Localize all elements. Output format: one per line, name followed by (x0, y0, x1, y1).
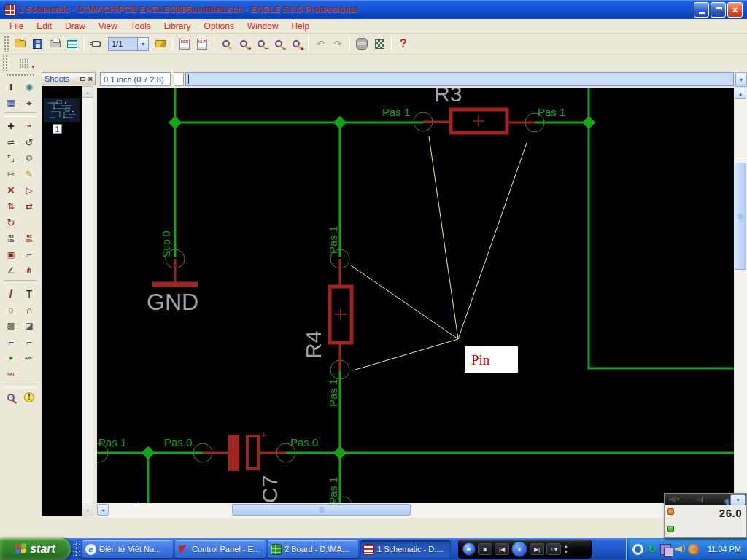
wmp-extra-controls[interactable]: ▴▾ (565, 543, 568, 554)
taskbar-task-1[interactable]: eĐiện tử Việt Na... (82, 540, 173, 558)
wire-tool[interactable]: / (2, 286, 20, 302)
horizontal-scroll-thumb[interactable] (232, 504, 411, 516)
vertical-scrollbar[interactable]: ▴ ▾ (734, 88, 747, 516)
bus-tool[interactable]: ⌐ (2, 334, 20, 350)
paste-tool[interactable]: ✎ (20, 166, 39, 182)
popup-dropdown-button[interactable]: ▾ (730, 494, 746, 505)
cut-tool[interactable]: ✂ (2, 166, 20, 182)
taskbar-task-4[interactable]: 1 Schematic - D:... (360, 540, 451, 558)
wmp-logo-button[interactable]: ▶ (462, 542, 476, 556)
restore-button[interactable] (711, 2, 726, 18)
miter-round-tool[interactable]: ⌐ (20, 246, 39, 262)
info-tool[interactable]: i (2, 79, 20, 95)
horizontal-scrollbar[interactable]: ◂ ▸ (97, 503, 734, 516)
polygon-tool[interactable]: ◪ (20, 318, 39, 334)
float-panel-icon[interactable] (80, 77, 85, 81)
undo-button[interactable]: ↶ (311, 35, 329, 52)
wmp-stop-button[interactable]: ■ (478, 543, 492, 555)
zoom-fit-button[interactable] (217, 35, 235, 52)
gateswap-tool[interactable]: ⇄ (20, 198, 39, 214)
split-tool[interactable]: ⋔ (20, 262, 39, 279)
wmp-pause-button[interactable]: ‖ (511, 541, 527, 557)
menu-file[interactable]: File (3, 20, 30, 33)
messenger-icon[interactable] (632, 544, 643, 555)
speaker-icon[interactable] (669, 497, 676, 502)
sheet-selector-combo[interactable]: 1/1▾ (108, 37, 149, 51)
erc-tool[interactable]: ! (20, 389, 39, 405)
zoom-out-button[interactable]: − (252, 35, 270, 52)
open-button[interactable] (11, 35, 28, 52)
move-tool[interactable]: + (2, 118, 20, 134)
menu-help[interactable]: Help (285, 20, 317, 33)
value-tool[interactable]: R2 10k (20, 230, 39, 246)
wmp-previous-button[interactable]: |◀ (495, 543, 509, 555)
volume-icon[interactable] (674, 544, 685, 555)
grid-button[interactable]: ▼ (17, 57, 43, 69)
junction-tool[interactable]: ● (2, 350, 20, 366)
label-tool[interactable]: ABC (20, 350, 39, 366)
rect-tool[interactable]: ▩ (2, 318, 20, 334)
scroll-up-icon[interactable]: ▴ (82, 86, 93, 98)
sheet-thumbnail[interactable] (44, 98, 80, 122)
quick-launch-handle[interactable] (73, 541, 80, 557)
sheet-number[interactable]: 1 (53, 124, 62, 134)
sheets-scrollbar[interactable]: ▴ ▾ (82, 86, 93, 516)
palette-handle[interactable] (6, 74, 35, 77)
resistor-r3[interactable] (423, 109, 535, 133)
smash-tool[interactable]: ▣ (2, 246, 20, 262)
scroll-down-icon[interactable]: ▾ (82, 505, 93, 516)
net-tool[interactable]: ⌐ (20, 334, 39, 350)
errors-tool[interactable] (2, 389, 20, 405)
command-history-dropdown[interactable]: ▾ (735, 72, 747, 87)
mirror-tool[interactable]: ⇌ (2, 134, 20, 150)
wmp-next-button[interactable]: ▶| (530, 543, 544, 555)
export-image-button[interactable] (63, 35, 81, 52)
print-button[interactable] (46, 35, 63, 52)
arc-tool[interactable]: ∩ (20, 302, 39, 318)
toolbar-handle[interactable] (4, 36, 9, 52)
vertical-scroll-thumb[interactable] (735, 163, 746, 270)
miter-straight-tool[interactable]: ∠ (2, 262, 20, 279)
menu-window[interactable]: Window (241, 20, 285, 33)
zoom-select-button[interactable]: ≡ (270, 35, 287, 52)
menu-options[interactable]: Options (198, 20, 241, 33)
capacitor-c7[interactable] (203, 435, 286, 471)
redo-button[interactable]: ↷ (329, 35, 347, 52)
scroll-up-icon[interactable]: ▴ (735, 88, 746, 99)
run-ulp-button[interactable]: ULP (193, 35, 211, 52)
menu-view[interactable]: View (92, 20, 124, 33)
taskbar-task-2[interactable]: Control Panel - E... (175, 540, 266, 558)
menu-edit[interactable]: Edit (30, 20, 58, 33)
network-icon[interactable] (660, 544, 671, 555)
delete-tool[interactable]: × (2, 182, 20, 198)
taskbar-task-3[interactable]: 2 Board - D:\MA... (268, 540, 358, 558)
speaker-muted-icon[interactable] (696, 497, 703, 502)
toolbar-handle[interactable] (2, 55, 7, 71)
wmp-volume-button[interactable]: ♪ ▾ (546, 543, 561, 555)
change-tool[interactable]: ⚙ (20, 150, 39, 166)
gnd-symbol[interactable] (152, 259, 198, 284)
pinswap-tool[interactable]: ⇅ (2, 198, 20, 214)
zoom-redraw-button[interactable]: ▸ (287, 35, 305, 52)
script-button[interactable]: SCR (176, 35, 193, 52)
scroll-left-icon[interactable]: ◂ (97, 504, 109, 516)
stop-button[interactable]: STOP (353, 35, 371, 52)
zoom-in-button[interactable]: + (235, 35, 252, 52)
library-button[interactable] (152, 35, 169, 52)
group-tool[interactable]: ⌜⌟ (2, 150, 20, 166)
use-device-button[interactable] (88, 35, 105, 52)
fox-icon[interactable] (688, 544, 699, 555)
text-tool[interactable]: T (20, 286, 39, 302)
download-manager-icon[interactable]: ↻ (646, 544, 657, 555)
mark-tool[interactable]: ⌖ (20, 95, 39, 111)
minimize-button[interactable] (694, 2, 709, 18)
save-button[interactable] (28, 35, 46, 52)
traffic-button[interactable] (371, 35, 388, 52)
menu-draw[interactable]: Draw (58, 20, 92, 33)
command-input[interactable] (185, 72, 734, 86)
help-button[interactable]: ? (395, 35, 412, 52)
schematic-canvas[interactable]: Pin Pas 1Pas 1R3Sup 0GNDPas 1R4Pas 1Pas … (97, 88, 734, 503)
close-panel-icon[interactable]: × (88, 75, 93, 83)
replace-tool[interactable]: ↻ (2, 214, 20, 230)
resistor-r4[interactable] (330, 259, 352, 371)
